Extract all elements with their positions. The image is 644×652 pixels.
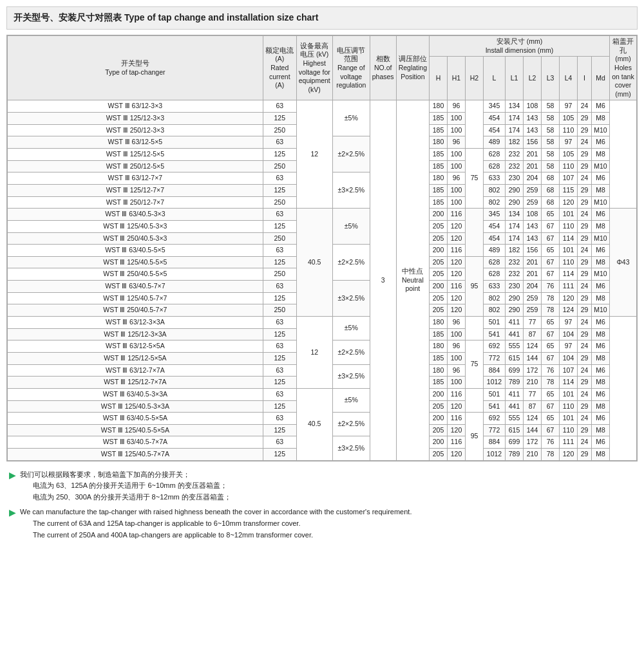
col-Md: Md bbox=[592, 57, 610, 100]
col-L2: L2 bbox=[524, 57, 542, 100]
table-row: WST Ⅲ 63/12-3×36312±5%3中性点Neutralpoint18… bbox=[8, 100, 637, 113]
col-voltage: 设备最高电压 (kV) Highest voltage for equipmen… bbox=[296, 36, 332, 100]
col-H: H bbox=[430, 57, 448, 100]
col-L: L bbox=[484, 57, 506, 100]
col-phases: 相数 NO.of phases bbox=[370, 36, 396, 100]
main-table-wrapper: 开关型号 Type of tap-changer 额定电流 (A) Rated … bbox=[6, 35, 638, 461]
table-row: WST Ⅲ 63/12-3×3A6312±5%18096501411776597… bbox=[8, 317, 637, 329]
arrow-icon-zh: ▶ bbox=[9, 470, 16, 480]
arrow-icon-en: ▶ bbox=[9, 507, 16, 517]
col-holes: 箱盖开孔 (mm) Holes on tank cover (mm) bbox=[610, 36, 637, 100]
col-I: I bbox=[578, 57, 592, 100]
note-en-text: We can manufacture the tap-changer with … bbox=[20, 507, 412, 541]
col-L4: L4 bbox=[560, 57, 578, 100]
col-model: 开关型号 Type of tap-changer bbox=[8, 36, 263, 100]
spec-table: 开关型号 Type of tap-changer 额定电流 (A) Rated … bbox=[7, 35, 637, 461]
col-H1: H1 bbox=[448, 57, 466, 100]
col-H2: H2 bbox=[466, 57, 484, 100]
notes-section: ▶ 我们可以根据顾客要求，制造箱盖下加高的分接开关； 电流为 63、125A 的… bbox=[6, 469, 638, 541]
col-L1: L1 bbox=[506, 57, 524, 100]
col-current: 额定电流 (A) Rated current (A) bbox=[263, 36, 296, 100]
col-position: 调压部位 Reglating Position bbox=[396, 36, 429, 100]
col-L3: L3 bbox=[542, 57, 560, 100]
note-en: ▶ We can manufacture the tap-changer wit… bbox=[9, 507, 635, 541]
table-row: WST Ⅲ 63/40.5-3×36340.5±5%20011634513410… bbox=[8, 209, 637, 221]
note-zh-text: 我们可以根据顾客要求，制造箱盖下加高的分接开关； 电流为 63、125A 的分接… bbox=[20, 469, 231, 503]
table-row: WST Ⅲ 63/40.5-3×3A6340.5±5%2001165014117… bbox=[8, 388, 637, 400]
page-title: 开关型号、安装尺寸对照表 Type of tap change and inst… bbox=[6, 6, 638, 30]
col-install-group: 安装尺寸 (mm) Install dimension (mm) bbox=[430, 36, 610, 57]
col-regulation: 电压调节范围 Range of voltage regulation bbox=[332, 36, 370, 100]
note-zh: ▶ 我们可以根据顾客要求，制造箱盖下加高的分接开关； 电流为 63、125A 的… bbox=[9, 469, 635, 503]
